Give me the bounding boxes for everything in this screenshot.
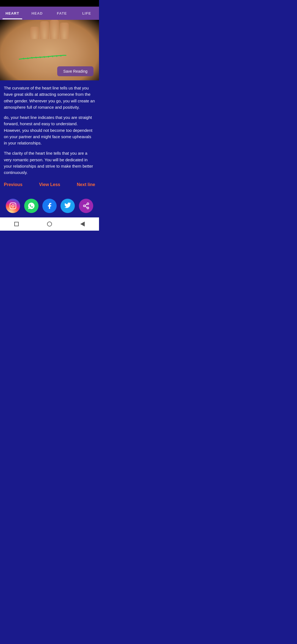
facebook-button[interactable] (42, 199, 57, 213)
svg-line-3 (36, 57, 36, 58)
next-line-button[interactable]: Next line (77, 182, 95, 187)
finger-2 (40, 21, 49, 39)
svg-line-1 (28, 58, 28, 59)
back-icon (80, 222, 85, 227)
svg-point-14 (83, 205, 85, 207)
svg-line-5 (44, 56, 45, 58)
reading-paragraph-3: The clarity of the heart line tells that… (4, 150, 95, 176)
twitter-button[interactable] (61, 199, 75, 213)
svg-point-15 (87, 207, 89, 209)
instagram-button[interactable] (6, 199, 20, 213)
tab-bar: HEART HEAD FATE LIFE (0, 7, 99, 20)
heart-line-svg (15, 53, 84, 61)
tab-life[interactable]: LIFE (74, 7, 99, 19)
navigation-buttons: Previous View Less Next line (4, 179, 95, 192)
svg-rect-10 (10, 203, 16, 209)
whatsapp-button[interactable] (24, 199, 38, 213)
svg-line-2 (32, 57, 32, 59)
svg-point-12 (14, 204, 15, 205)
home-button[interactable] (47, 222, 52, 227)
home-icon (47, 222, 52, 227)
svg-line-0 (23, 58, 24, 59)
svg-line-4 (40, 56, 40, 58)
content-area: The curvature of the heart line tells us… (0, 80, 99, 196)
svg-line-17 (85, 204, 87, 205)
hand-image-container: Save Reading (0, 20, 99, 80)
svg-point-13 (87, 203, 89, 205)
previous-button[interactable]: Previous (4, 182, 23, 187)
reading-paragraph-2: do, your heart line indicates that you a… (4, 114, 95, 146)
finger-4 (60, 23, 69, 39)
social-row (0, 196, 99, 217)
reading-paragraph-1: The curvature of the heart line tells us… (4, 85, 95, 110)
recent-apps-icon (14, 222, 19, 226)
tab-heart[interactable]: HEART (0, 7, 25, 19)
svg-line-16 (85, 206, 87, 208)
save-reading-button[interactable]: Save Reading (57, 66, 94, 76)
recent-apps-button[interactable] (14, 222, 19, 226)
hand-fingers (22, 20, 77, 39)
tab-fate[interactable]: FATE (50, 7, 74, 19)
back-button[interactable] (80, 222, 85, 227)
svg-point-11 (12, 205, 14, 207)
tab-head[interactable]: HEAD (25, 7, 50, 19)
finger-3 (50, 20, 59, 39)
status-bar (0, 0, 99, 7)
svg-line-6 (48, 56, 49, 58)
view-less-button[interactable]: View Less (39, 182, 60, 187)
finger-1 (30, 27, 39, 39)
system-nav-bar (0, 217, 99, 231)
share-button[interactable] (79, 199, 93, 213)
